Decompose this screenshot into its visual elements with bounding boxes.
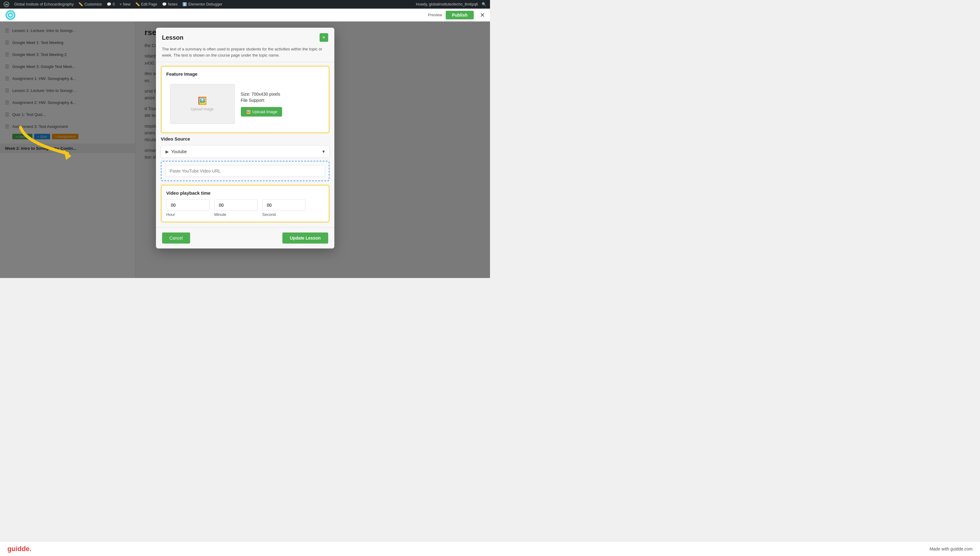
modal-title: Lesson bbox=[162, 34, 184, 41]
feature-image-title: Feature Image bbox=[167, 71, 324, 77]
video-source-select-wrapper: ▶ Youtube ▾ bbox=[161, 145, 330, 158]
minute-field: Minute bbox=[214, 199, 257, 217]
edit-page-link[interactable]: ✏️ Edit Page bbox=[135, 2, 157, 6]
hour-label: Hour bbox=[167, 212, 209, 217]
modal-overlay: Lesson × The text of a summary is often … bbox=[0, 21, 490, 278]
user-info: Howdy, globalinstituteofecho_8m6pq6 bbox=[416, 2, 478, 6]
youtube-url-input[interactable] bbox=[165, 165, 325, 177]
elementor-debugger-link[interactable]: ℹ️ Elementor Debugger bbox=[183, 2, 222, 6]
video-source-section: Video Source ▶ Youtube ▾ bbox=[161, 136, 330, 158]
minute-label: Minute bbox=[214, 212, 257, 217]
playback-section: Video playback time Hour Minute Second bbox=[161, 185, 330, 222]
admin-bar: W Global Institute of Echocardiography ✏… bbox=[0, 0, 490, 9]
video-source-dropdown[interactable]: ▶ Youtube ▾ bbox=[161, 145, 330, 158]
svg-text:W: W bbox=[5, 3, 8, 6]
minute-input[interactable] bbox=[214, 199, 257, 211]
hour-field: Hour bbox=[167, 199, 209, 217]
info-icon: ℹ️ bbox=[183, 2, 187, 6]
search-icon[interactable]: 🔍 bbox=[482, 2, 486, 6]
svg-marker-5 bbox=[64, 149, 71, 160]
notes-link[interactable]: 💬 Notes bbox=[162, 2, 178, 6]
customize-icon: ✏️ bbox=[78, 2, 83, 6]
playback-inputs: Hour Minute Second bbox=[167, 199, 324, 217]
second-field: Second bbox=[262, 199, 306, 217]
image-info: Size: 700x430 pixels File Support: 🖼️ Up… bbox=[241, 92, 320, 116]
site-name[interactable]: Global Institute of Echocardiography bbox=[14, 2, 73, 6]
update-lesson-button[interactable]: Update Lesson bbox=[282, 233, 328, 244]
publish-button[interactable]: Publish bbox=[446, 11, 474, 19]
cancel-button[interactable]: Cancel bbox=[162, 233, 191, 244]
upload-icon: 🖼️ bbox=[246, 110, 251, 114]
customize-link[interactable]: ✏️ Customize bbox=[78, 2, 102, 6]
comments-link[interactable]: 💬 0 bbox=[107, 2, 115, 6]
hour-input[interactable] bbox=[167, 199, 209, 211]
video-source-icon: ▶ bbox=[165, 149, 169, 154]
chevron-down-icon: ▾ bbox=[322, 149, 325, 154]
upload-image-icon: 🖼️ bbox=[198, 97, 207, 105]
close-toolbar-button[interactable]: ✕ bbox=[480, 11, 485, 19]
lesson-modal: Lesson × The text of a summary is often … bbox=[156, 27, 334, 249]
modal-footer: Cancel Update Lesson bbox=[156, 227, 334, 249]
feature-image-section: Feature Image 🖼️ Upload image Size: 700x… bbox=[161, 66, 330, 133]
main-layout: ☰ Lesson 1: Lecture: Intro to Sonogr... … bbox=[0, 21, 490, 278]
image-upload-area[interactable]: 🖼️ Upload image bbox=[170, 84, 235, 124]
second-label: Second bbox=[262, 212, 306, 217]
second-input[interactable] bbox=[262, 199, 306, 211]
modal-close-button[interactable]: × bbox=[320, 33, 328, 42]
preview-button[interactable]: Preview bbox=[428, 13, 442, 17]
playback-title: Video playback time bbox=[167, 190, 324, 196]
notes-icon: 💬 bbox=[162, 2, 167, 6]
modal-description: The text of a summary is often used to p… bbox=[156, 46, 334, 62]
video-source-title: Video Source bbox=[161, 136, 330, 141]
modal-header: Lesson × bbox=[156, 27, 334, 46]
site-logo bbox=[5, 10, 16, 21]
new-link[interactable]: + New bbox=[120, 2, 130, 6]
svg-point-4 bbox=[9, 14, 12, 16]
edit-icon: ✏️ bbox=[135, 2, 140, 6]
arrow-annotation bbox=[15, 120, 83, 166]
feature-image-container: 🖼️ Upload image Size: 700x430 pixels Fil… bbox=[167, 80, 324, 128]
youtube-url-section bbox=[161, 161, 330, 181]
wp-logo-icon[interactable]: W bbox=[4, 2, 9, 7]
page-toolbar: Preview Publish ✕ bbox=[0, 9, 490, 21]
upload-image-button[interactable]: 🖼️ Upload Image bbox=[241, 107, 282, 116]
video-source-value: Youtube bbox=[171, 149, 320, 154]
image-support-text: File Support: bbox=[241, 98, 320, 103]
comments-icon: 💬 bbox=[107, 2, 112, 6]
image-size-text: Size: 700x430 pixels bbox=[241, 92, 320, 97]
